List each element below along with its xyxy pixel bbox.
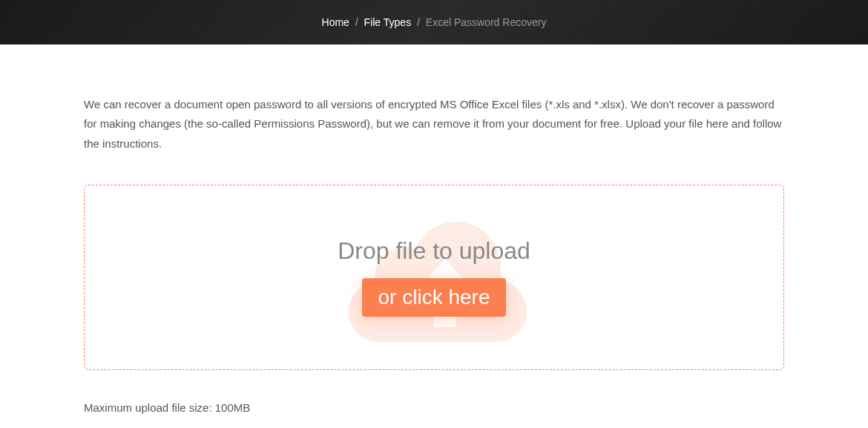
max-file-size-text: Maximum upload file size: 100MB [84, 401, 784, 414]
upload-click-button[interactable]: or click here [362, 278, 507, 317]
upload-dropzone[interactable]: Drop file to upload or click here [84, 185, 784, 370]
intro-paragraph: We can recover a document open password … [84, 95, 784, 154]
breadcrumb-separator: / [417, 16, 420, 28]
header-banner: Home / File Types / Excel Password Recov… [0, 0, 868, 45]
breadcrumb: Home / File Types / Excel Password Recov… [322, 16, 547, 28]
breadcrumb-home[interactable]: Home [322, 16, 349, 28]
breadcrumb-current: Excel Password Recovery [426, 16, 547, 28]
breadcrumb-separator: / [355, 16, 358, 28]
upload-drop-text: Drop file to upload [338, 237, 530, 265]
breadcrumb-file-types[interactable]: File Types [364, 16, 412, 28]
cloud-upload-icon [323, 200, 545, 355]
